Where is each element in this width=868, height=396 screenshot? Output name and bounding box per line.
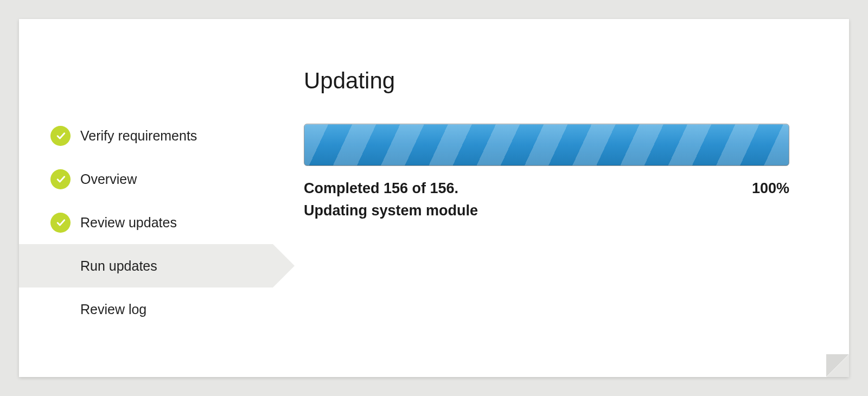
progress-completed-text: Completed 156 of 156. — [304, 180, 458, 197]
check-icon — [50, 213, 71, 233]
step-label: Review log — [80, 302, 146, 317]
step-review-log: Review log — [50, 288, 279, 331]
progress-percent-text: 100% — [752, 180, 789, 197]
step-overview: Overview — [50, 157, 279, 201]
step-label: Run updates — [80, 258, 157, 274]
check-icon — [50, 169, 71, 189]
step-label: Overview — [80, 171, 137, 187]
check-icon — [50, 126, 71, 146]
page-title: Updating — [304, 68, 789, 94]
step-label: Verify requirements — [80, 128, 197, 144]
progress-bar — [304, 124, 789, 166]
main-content: Updating Completed 156 of 156. 100% Upda… — [279, 52, 849, 377]
step-review-updates: Review updates — [50, 201, 279, 244]
step-label: Review updates — [80, 215, 177, 231]
step-verify-requirements: Verify requirements — [50, 114, 279, 157]
step-run-updates: Run updates — [19, 244, 273, 288]
progress-bar-fill — [304, 124, 789, 165]
progress-row: Completed 156 of 156. 100% — [304, 180, 789, 197]
update-card: Verify requirements Overview Review upda… — [19, 19, 849, 377]
progress-status-text: Updating system module — [304, 202, 789, 219]
steps-sidebar: Verify requirements Overview Review upda… — [19, 52, 279, 377]
